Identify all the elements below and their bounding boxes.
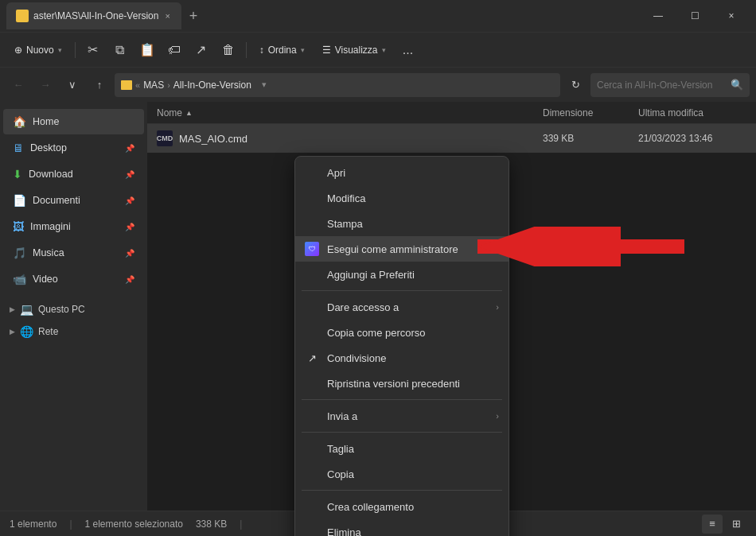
- search-input[interactable]: [597, 80, 726, 91]
- ctx-item-accesso[interactable]: Dare accesso a ›: [295, 294, 509, 320]
- list-view-button[interactable]: ≡: [702, 515, 723, 534]
- sidebar-download-label: Download: [29, 169, 73, 180]
- pin-icon-video: 📌: [125, 275, 134, 284]
- apri-icon: [305, 165, 319, 180]
- table-row[interactable]: CMD MAS_AIO.cmd 339 KB 21/03/2023 13:46: [147, 124, 756, 153]
- new-tab-button[interactable]: +: [185, 8, 203, 25]
- elimina-icon: [305, 525, 319, 536]
- sidebar-item-documenti[interactable]: 📄 Documenti 📌: [3, 188, 144, 213]
- close-button[interactable]: ×: [713, 3, 750, 29]
- pin-icon-download: 📌: [125, 170, 134, 179]
- path-sep-2: ›: [167, 80, 170, 90]
- sidebar-item-desktop[interactable]: 🖥 Desktop 📌: [3, 135, 144, 161]
- download-icon: ⬇: [13, 168, 22, 181]
- col-sort-icon: ▲: [185, 109, 193, 117]
- sidebar-item-video[interactable]: 📹 Video 📌: [3, 266, 144, 292]
- tab-close-button[interactable]: ×: [163, 10, 171, 22]
- ctx-apri-label: Apri: [327, 167, 345, 179]
- video-icon: 📹: [13, 273, 26, 285]
- refresh-button[interactable]: ↻: [563, 73, 587, 97]
- sidebar-home-label: Home: [33, 116, 59, 127]
- more-button[interactable]: ...: [396, 37, 421, 63]
- rename-button[interactable]: 🏷: [162, 37, 187, 63]
- tile-view-button[interactable]: ⊞: [726, 515, 746, 534]
- col-date-label: Ultima modifica: [638, 107, 703, 118]
- ctx-item-ripristina[interactable]: Ripristina versioni precedenti: [295, 371, 509, 396]
- view-chevron-icon: ▾: [382, 46, 386, 54]
- copy-button[interactable]: ⧉: [107, 37, 133, 63]
- sidebar-item-immagini[interactable]: 🖼 Immagini 📌: [3, 214, 144, 239]
- new-label: Nuovo: [26, 45, 54, 56]
- path-folder-icon: [121, 80, 132, 90]
- recent-button[interactable]: ∨: [60, 73, 84, 97]
- ctx-item-stampa[interactable]: Stampa: [295, 211, 509, 236]
- cmd-icon: CMD: [157, 130, 173, 146]
- images-icon: 🖼: [13, 220, 24, 233]
- ctx-copia-label: Copia: [327, 468, 354, 480]
- ctx-item-apri[interactable]: Apri: [295, 160, 509, 185]
- ctx-item-elimina[interactable]: Elimina: [295, 519, 509, 536]
- sort-button[interactable]: ↕ Ordina ▾: [251, 37, 313, 63]
- view-button[interactable]: ☰ Visualizza ▾: [314, 37, 394, 63]
- status-selected: 1 elemento selezionato: [85, 519, 183, 530]
- desktop-icon: 🖥: [13, 142, 24, 154]
- ripristina-icon: [305, 376, 319, 390]
- sidebar-questo-pc[interactable]: ▶ 💻 Questo PC: [0, 298, 147, 320]
- ctx-item-taglia[interactable]: Taglia: [295, 436, 509, 461]
- address-bar: ← → ∨ ↑ « MAS › All-In-One-Version ▾ ↻ 🔍: [0, 67, 756, 102]
- delete-button[interactable]: 🗑: [216, 37, 241, 63]
- rete-label: Rete: [38, 326, 58, 337]
- active-tab[interactable]: aster\MAS\All-In-One-Version ×: [6, 2, 181, 29]
- sidebar-rete[interactable]: ▶ 🌐 Rete: [0, 320, 147, 343]
- col-size-label: Dimensione: [543, 107, 593, 118]
- ctx-item-esegui[interactable]: 🛡 Esegui come amministratore: [295, 236, 509, 262]
- maximize-button[interactable]: ☐: [676, 3, 713, 29]
- ctx-item-preferiti[interactable]: Aggiungi a Preferiti: [295, 262, 509, 287]
- status-sep-2: |: [240, 519, 242, 530]
- rete-chevron-icon: ▶: [10, 328, 15, 336]
- shield-icon: 🛡: [305, 242, 319, 256]
- pin-icon-musica: 📌: [125, 249, 134, 258]
- forward-button[interactable]: →: [33, 73, 57, 97]
- toolbar-separator-1: [75, 42, 76, 58]
- view-icon: ☰: [322, 45, 331, 56]
- up-button[interactable]: ↑: [88, 73, 111, 97]
- sidebar: 🏠 Home 🖥 Desktop 📌 ⬇ Download 📌 📄 Docume…: [0, 102, 147, 511]
- share-button[interactable]: ↗: [189, 37, 214, 63]
- cut-button[interactable]: ✂: [80, 37, 106, 63]
- ctx-item-collegamento[interactable]: Crea collegamento: [295, 494, 509, 519]
- view-label: Visualizza: [335, 45, 378, 56]
- tab-folder-icon: [16, 10, 29, 22]
- ctx-preferiti-label: Aggiungi a Preferiti: [327, 269, 415, 281]
- file-list-header: Nome ▲ Dimensione Ultima modifica: [147, 102, 756, 124]
- invia-arrow-icon: ›: [496, 411, 499, 421]
- ctx-item-modifica[interactable]: Modifica: [295, 185, 509, 211]
- status-sep-1: |: [69, 519, 72, 530]
- music-icon: 🎵: [13, 247, 26, 259]
- col-date-header: Ultima modifica: [629, 107, 756, 118]
- sidebar-video-label: Video: [33, 274, 58, 285]
- ctx-elimina-label: Elimina: [327, 526, 361, 537]
- sidebar-item-musica[interactable]: 🎵 Musica 📌: [3, 240, 144, 266]
- view-toggle: ≡ ⊞: [702, 515, 746, 534]
- status-size: 338 KB: [196, 519, 227, 530]
- stampa-icon: [305, 216, 319, 231]
- ctx-item-invia[interactable]: Invia a ›: [295, 403, 509, 429]
- ctx-sep-1: [302, 290, 502, 291]
- status-item-count: 1 elemento: [10, 519, 57, 530]
- sort-chevron-icon: ▾: [301, 46, 305, 54]
- address-path[interactable]: « MAS › All-In-One-Version ▾: [115, 73, 560, 97]
- ctx-item-condivisione[interactable]: ↗ Condivisione: [295, 345, 509, 371]
- modifica-icon: [305, 191, 319, 205]
- paste-button[interactable]: 📋: [134, 37, 160, 63]
- sort-label: Ordina: [268, 45, 297, 56]
- sidebar-item-home[interactable]: 🏠 Home: [3, 109, 144, 134]
- ctx-sep-4: [302, 490, 502, 491]
- back-button[interactable]: ←: [6, 73, 30, 97]
- sidebar-item-download[interactable]: ⬇ Download 📌: [3, 161, 144, 187]
- new-chevron-icon: ▾: [58, 46, 62, 54]
- ctx-item-percorso[interactable]: Copia come percorso: [295, 320, 509, 345]
- ctx-item-copia[interactable]: Copia: [295, 461, 509, 487]
- new-button[interactable]: ⊕ Nuovo ▾: [6, 37, 70, 63]
- minimize-button[interactable]: —: [640, 3, 676, 29]
